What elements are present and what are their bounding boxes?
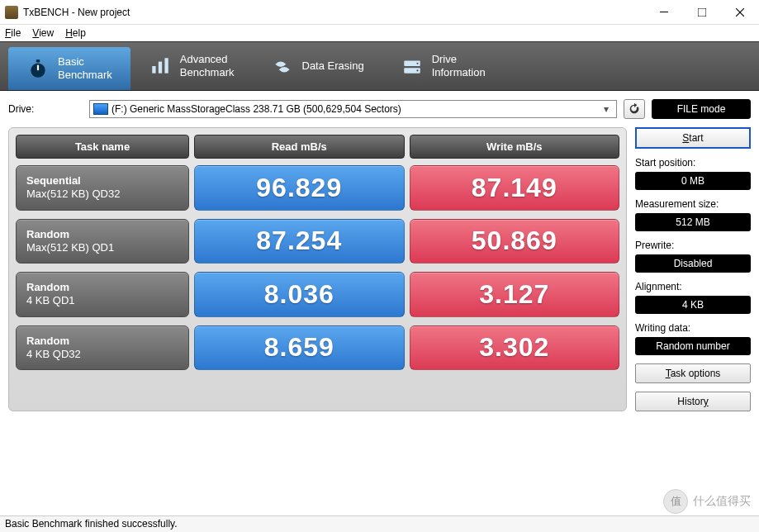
- drive-label: Drive:: [8, 103, 83, 115]
- tab-drive-information[interactable]: DriveInformation: [382, 42, 504, 90]
- alignment-label: Alignment:: [635, 281, 751, 292]
- file-mode-button[interactable]: FILE mode: [652, 99, 751, 119]
- svg-rect-5: [36, 59, 40, 62]
- tab-advanced-benchmark[interactable]: AdvancedBenchmark: [130, 42, 253, 90]
- svg-point-12: [416, 63, 418, 64]
- refresh-button[interactable]: [624, 99, 645, 119]
- main-area: Task name Read mB/s Write mB/s Sequentia…: [0, 124, 759, 411]
- table-row: Random 4 KB QD1 8.036 3.127: [16, 272, 619, 317]
- measurement-size-label: Measurement size:: [635, 198, 751, 210]
- results-panel: Task name Read mB/s Write mB/s Sequentia…: [8, 127, 627, 411]
- start-position-label: Start position:: [635, 157, 751, 169]
- maximize-button[interactable]: [683, 0, 721, 25]
- menu-help[interactable]: Help: [65, 27, 86, 39]
- task-cell: Random Max(512 KB) QD1: [16, 219, 189, 264]
- minimize-button[interactable]: [645, 0, 683, 25]
- tab-label: DriveInformation: [432, 53, 486, 78]
- header-task: Task name: [16, 135, 189, 159]
- menu-view[interactable]: View: [32, 27, 54, 39]
- sidebar: Start Start position: 0 MB Measurement s…: [635, 127, 751, 411]
- status-bar: Basic Benchmark finished successfully.: [0, 515, 759, 532]
- prewrite-value[interactable]: Disabled: [635, 254, 751, 273]
- svg-rect-6: [37, 65, 39, 71]
- tab-label: AdvancedBenchmark: [180, 53, 235, 78]
- erase-icon: [271, 55, 294, 78]
- drive-icon: [401, 55, 424, 78]
- chevron-down-icon: ▾: [600, 103, 613, 115]
- table-row: Random 4 KB QD32 8.659 3.302: [16, 325, 619, 371]
- svg-rect-0: [660, 12, 668, 12]
- svg-rect-1: [698, 8, 706, 17]
- table-row: Sequential Max(512 KB) QD32 96.829 87.14…: [16, 165, 619, 211]
- svg-rect-8: [159, 62, 162, 74]
- app-icon: [5, 6, 18, 19]
- read-value: 87.254: [194, 219, 405, 264]
- table-row: Random Max(512 KB) QD1 87.254 50.869: [16, 219, 619, 264]
- header-write: Write mB/s: [410, 135, 620, 159]
- read-value: 8.036: [194, 272, 405, 317]
- writing-data-value[interactable]: Random number: [635, 337, 751, 355]
- window-title: TxBENCH - New project: [23, 7, 645, 18]
- svg-rect-9: [164, 58, 168, 73]
- start-position-value[interactable]: 0 MB: [635, 172, 751, 190]
- write-value: 50.869: [410, 219, 620, 264]
- prewrite-label: Prewrite:: [635, 240, 751, 251]
- tab-data-erasing[interactable]: Data Erasing: [253, 42, 382, 90]
- write-value: 3.302: [410, 325, 620, 371]
- writing-data-label: Writing data:: [635, 322, 751, 334]
- header-row: Task name Read mB/s Write mB/s: [16, 135, 619, 159]
- alignment-value[interactable]: 4 KB: [635, 296, 751, 314]
- drive-small-icon: [93, 103, 108, 115]
- start-button[interactable]: Start: [635, 127, 751, 149]
- task-options-button[interactable]: Task options: [635, 363, 751, 383]
- read-value: 8.659: [194, 325, 405, 371]
- write-value: 3.127: [410, 272, 620, 317]
- bars-icon: [149, 55, 172, 78]
- tab-label: BasicBenchmark: [58, 55, 112, 81]
- measurement-size-value[interactable]: 512 MB: [635, 213, 751, 231]
- svg-rect-7: [152, 66, 155, 74]
- stopwatch-icon: [26, 57, 50, 80]
- window-controls: [645, 0, 759, 25]
- task-cell: Random 4 KB QD1: [16, 272, 189, 317]
- tab-basic-benchmark[interactable]: BasicBenchmark: [8, 47, 130, 90]
- task-cell: Random 4 KB QD32: [16, 325, 189, 371]
- read-value: 96.829: [194, 165, 405, 211]
- watermark: 值 什么值得买: [663, 489, 751, 514]
- menu-file[interactable]: File: [5, 27, 21, 39]
- watermark-badge: 值: [663, 489, 688, 514]
- drive-selected-text: (F:) Generic MassStorageClass 238.71 GB …: [111, 103, 600, 115]
- task-cell: Sequential Max(512 KB) QD32: [16, 165, 189, 211]
- header-read: Read mB/s: [194, 135, 405, 159]
- title-bar: TxBENCH - New project: [0, 0, 759, 25]
- close-button[interactable]: [721, 0, 759, 25]
- tab-bar: BasicBenchmark AdvancedBenchmark Data Er…: [0, 41, 759, 91]
- write-value: 87.149: [410, 165, 620, 211]
- tab-label: Data Erasing: [302, 59, 364, 73]
- history-button[interactable]: History: [635, 392, 751, 411]
- menu-bar: File View Help: [0, 25, 759, 41]
- drive-select[interactable]: (F:) Generic MassStorageClass 238.71 GB …: [89, 100, 617, 118]
- svg-point-13: [416, 69, 418, 71]
- drive-row: Drive: (F:) Generic MassStorageClass 238…: [0, 91, 759, 124]
